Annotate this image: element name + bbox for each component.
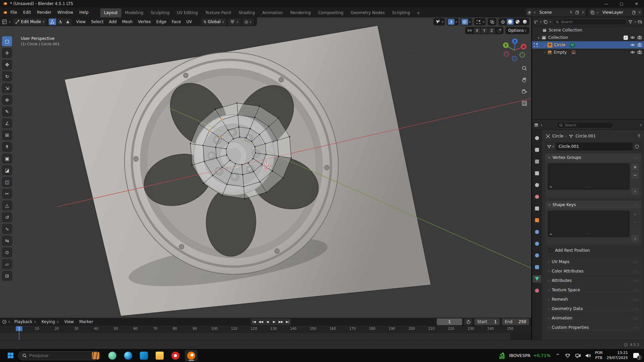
menu-edit[interactable]: Edit <box>20 9 34 16</box>
options-dropdown[interactable]: Options ∨ <box>505 27 529 34</box>
properties-tab-object[interactable] <box>533 217 541 224</box>
language-indicator[interactable]: POR PTB <box>595 351 603 360</box>
shape-keys-header[interactable]: ∨ Shape Keys :::: <box>545 201 641 208</box>
current-frame-field[interactable]: 1 <box>437 318 462 325</box>
properties-tab-world[interactable] <box>533 193 541 200</box>
tool-transform[interactable]: ⊕ <box>2 95 12 105</box>
properties-editor-type-icon[interactable] <box>534 123 539 127</box>
camera-view-icon[interactable] <box>521 88 528 95</box>
delete-view-layer-icon[interactable]: ✕ <box>638 10 641 15</box>
visibility-dropdown[interactable]: ∨ <box>433 18 445 25</box>
shape-key-specials-button[interactable]: ∨ <box>631 235 639 242</box>
properties-tab-modifiers[interactable] <box>533 228 541 236</box>
menu-render[interactable]: Render <box>34 9 54 16</box>
tool-annotate[interactable]: ✎ <box>2 107 12 117</box>
add-workspace-button[interactable]: + <box>414 9 423 17</box>
tool-loop-cut[interactable]: ◫ <box>2 177 12 187</box>
timeline-menu-keying[interactable]: Keying∨ <box>39 318 62 325</box>
remove-shape-key-button[interactable]: − <box>631 219 639 226</box>
panel-grip[interactable]: :::: <box>633 260 639 264</box>
tool-spin[interactable]: ↺ <box>2 212 12 222</box>
properties-tab-object-data[interactable] <box>533 275 541 283</box>
taskbar-search-input[interactable] <box>29 353 90 358</box>
auto-keying-button[interactable] <box>464 318 472 325</box>
outliner-search[interactable] <box>553 19 627 25</box>
clock[interactable]: 13:21 29/07/2025 <box>607 351 628 360</box>
scene-name[interactable]: Scene <box>537 10 567 15</box>
timeline-ruler[interactable]: 1020304050607080901001101201301401501601… <box>0 326 531 333</box>
edge-select-mode[interactable] <box>56 18 64 25</box>
transport-previous-keyframe[interactable]: ◀◀ <box>258 318 264 325</box>
workspace-tab-animation[interactable]: Animation <box>259 8 286 17</box>
notification-center[interactable]: 1 <box>632 352 640 359</box>
workspace-tab-layout[interactable]: Layout <box>100 8 121 17</box>
tool-scale[interactable]: ⇲ <box>2 83 12 93</box>
taskbar-app-edge[interactable] <box>122 350 135 361</box>
outliner-row-empty[interactable]: › Empty <box>532 49 644 56</box>
minimize-button[interactable]: — <box>599 0 614 7</box>
taskbar-app-record[interactable] <box>169 350 182 361</box>
transport-next-keyframe[interactable]: ▶▶ <box>278 318 284 325</box>
collection-checkbox[interactable]: ✓ <box>624 36 628 40</box>
menu-help[interactable]: Help <box>76 9 91 16</box>
remove-vertex-group-button[interactable]: − <box>631 172 639 179</box>
workspace-tab-sculpting[interactable]: Sculpting <box>147 8 173 17</box>
add-vertex-group-button[interactable]: + <box>631 164 639 171</box>
panel-custom-properties[interactable]: ›Custom Properties:::: <box>545 323 641 331</box>
menu-file[interactable]: File <box>7 9 20 16</box>
gizmo-neg-x-axis[interactable] <box>504 52 509 57</box>
gizmo-neg-y-axis[interactable] <box>520 53 525 58</box>
outliner-search-input[interactable] <box>561 20 624 24</box>
rendered-shading-button[interactable] <box>522 19 528 25</box>
tool-extrude-region[interactable]: ↟ <box>2 142 12 152</box>
disable-render-camera-icon[interactable] <box>637 35 642 40</box>
zoom-icon[interactable] <box>521 64 528 72</box>
workspace-tab-modeling[interactable]: Modeling <box>121 8 147 17</box>
transport-play[interactable]: ▶ <box>271 318 277 325</box>
properties-tab-scene[interactable] <box>533 181 541 189</box>
navigation-gizmo[interactable]: Z Y X <box>501 36 528 64</box>
search-highlight-thumbnail[interactable] <box>92 352 99 359</box>
tool-add-cube[interactable]: ⊞ <box>2 130 12 140</box>
shape-keys-list[interactable]: ► :::: <box>548 211 630 237</box>
tool-select-box[interactable]: ▢ <box>2 36 12 46</box>
timeline-menu-view[interactable]: View <box>62 318 76 325</box>
vertex-group-specials-button[interactable]: ∨ <box>631 188 639 195</box>
viewport-menu-view[interactable]: View <box>73 18 88 25</box>
tool-poly-build[interactable]: △ <box>2 200 12 210</box>
viewport-menu-mesh[interactable]: Mesh <box>119 18 136 25</box>
view-layer-selector[interactable]: ∨ ViewLayer ✕ <box>589 8 643 16</box>
close-button[interactable]: ✕ <box>629 0 644 7</box>
meet-now-icon[interactable] <box>565 353 571 359</box>
current-frame-badge[interactable]: 1 <box>16 326 22 331</box>
frame-end-button[interactable]: End 250 <box>502 318 529 325</box>
mirror-axis-x[interactable]: X <box>474 28 480 34</box>
tool-smooth[interactable]: ∿ <box>2 224 12 234</box>
vertex-groups-list[interactable]: ► :::: <box>548 164 630 190</box>
tool-inset-faces[interactable]: ▣ <box>2 154 12 164</box>
collapse-icon[interactable]: ∨ <box>537 36 540 40</box>
properties-tab-view-layer[interactable] <box>533 170 541 177</box>
properties-tab-tool[interactable] <box>533 134 541 142</box>
tool-move[interactable]: ✥ <box>2 60 12 70</box>
outliner-filter-collection-icon[interactable] <box>543 19 548 24</box>
panel-grip[interactable]: :::: <box>633 288 639 292</box>
tool-cursor[interactable]: ✛ <box>2 48 12 58</box>
viewport-menu-select[interactable]: Select <box>88 18 106 25</box>
view-layer-name[interactable]: ViewLayer <box>600 10 630 15</box>
properties-tab-particles[interactable] <box>533 240 541 247</box>
workspace-tab-geometry-nodes[interactable]: Geometry Nodes <box>347 8 388 17</box>
tool-bevel[interactable]: ◪ <box>2 165 12 175</box>
taskbar-app-blender[interactable] <box>185 350 198 361</box>
add-rest-position-checkbox[interactable] <box>548 248 553 253</box>
properties-tab-output[interactable] <box>533 158 541 165</box>
tool-rip-region[interactable]: ⊟ <box>2 271 12 281</box>
datablock-name-field[interactable]: Circle.001 <box>556 142 633 150</box>
snap-falloff-icon[interactable] <box>496 27 502 34</box>
taskbar-app-explorer[interactable] <box>153 350 166 361</box>
panel-remesh[interactable]: ›Remesh:::: <box>545 295 641 303</box>
filter-icon[interactable] <box>628 19 633 24</box>
gizmos-toggle[interactable]: ∨ <box>447 18 459 25</box>
face-select-mode[interactable] <box>64 18 71 25</box>
mirror-axis-z[interactable]: Z <box>488 28 495 34</box>
